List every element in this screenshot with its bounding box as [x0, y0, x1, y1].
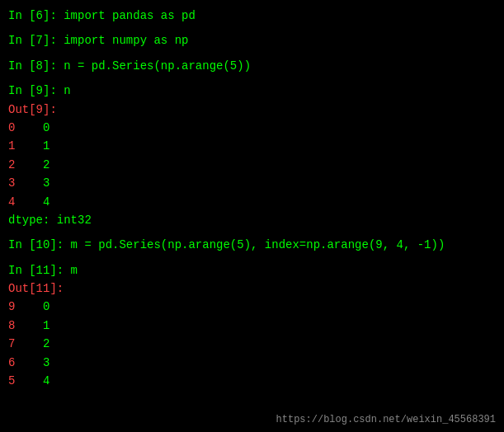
- idx-9-3: 3: [8, 174, 15, 192]
- val-11-4: 4: [15, 372, 49, 390]
- code-block: In [6]: import pandas as pd In [7]: impo…: [0, 0, 504, 397]
- val-11-1: 1: [15, 317, 49, 335]
- output-row-9-1: 1 1: [8, 137, 496, 155]
- val-9-1: 1: [15, 137, 49, 155]
- output-row-11-0: 9 0: [8, 298, 496, 316]
- input-line-11: In [11]: m: [8, 261, 496, 279]
- val-9-3: 3: [15, 174, 49, 192]
- dtype-9: dtype: int32: [8, 211, 496, 229]
- val-11-3: 3: [15, 354, 49, 372]
- output-row-9-0: 0 0: [8, 119, 496, 137]
- code-8: n = pd.Series(np.arange(5)): [57, 57, 251, 75]
- val-11-2: 2: [15, 335, 49, 353]
- idx-9-1: 1: [8, 137, 15, 155]
- prompt-11: In [11]:: [8, 261, 64, 279]
- blank-1: [8, 25, 496, 31]
- idx-11-1: 8: [8, 317, 15, 335]
- idx-9-2: 2: [8, 156, 15, 174]
- output-prompt-9: Out[9]:: [8, 101, 496, 119]
- prompt-6: In [6]:: [8, 7, 57, 25]
- input-line-10: In [10]: m = pd.Series(np.arange(5), ind…: [8, 236, 496, 254]
- output-row-11-2: 7 2: [8, 335, 496, 353]
- val-9-0: 0: [15, 119, 49, 137]
- output-prompt-11: Out[11]:: [8, 279, 496, 298]
- output-row-9-4: 4 4: [8, 193, 496, 211]
- code-11: m: [64, 261, 78, 279]
- code-7: import numpy as np: [57, 31, 189, 49]
- idx-9-0: 0: [8, 119, 15, 137]
- prompt-10: In [10]:: [8, 236, 64, 254]
- output-row-11-3: 6 3: [8, 354, 496, 372]
- out-label-11: Out[11]:: [8, 279, 64, 298]
- prompt-8: In [8]:: [8, 57, 57, 75]
- idx-11-4: 5: [8, 372, 15, 390]
- prompt-9: In [9]:: [8, 82, 57, 100]
- idx-9-4: 4: [8, 193, 15, 211]
- idx-11-0: 9: [8, 298, 15, 316]
- val-11-0: 0: [15, 298, 49, 316]
- output-row-11-4: 5 4: [8, 372, 496, 390]
- input-line-8: In [8]: n = pd.Series(np.arange(5)): [8, 57, 496, 75]
- input-line-6: In [6]: import pandas as pd: [8, 7, 496, 25]
- input-line-9: In [9]: n: [8, 82, 496, 100]
- dtype-text-9: dtype: int32: [8, 211, 92, 229]
- output-row-11-1: 8 1: [8, 317, 496, 335]
- val-9-2: 2: [15, 156, 49, 174]
- out-label-9: Out[9]:: [8, 101, 57, 119]
- idx-11-2: 7: [8, 335, 15, 353]
- output-row-9-3: 3 3: [8, 174, 496, 192]
- watermark: https://blog.csdn.net/weixin_45568391: [276, 414, 496, 425]
- blank-4: [8, 229, 496, 236]
- blank-2: [8, 50, 496, 57]
- val-9-4: 4: [15, 193, 49, 211]
- blank-5: [8, 255, 496, 261]
- code-9: n: [57, 82, 71, 100]
- blank-3: [8, 75, 496, 82]
- idx-11-3: 6: [8, 354, 15, 372]
- code-6: import pandas as pd: [57, 7, 195, 25]
- code-10: m = pd.Series(np.arange(5), index=np.ara…: [64, 236, 445, 254]
- input-line-7: In [7]: import numpy as np: [8, 31, 496, 49]
- prompt-7: In [7]:: [8, 31, 57, 49]
- output-row-9-2: 2 2: [8, 156, 496, 174]
